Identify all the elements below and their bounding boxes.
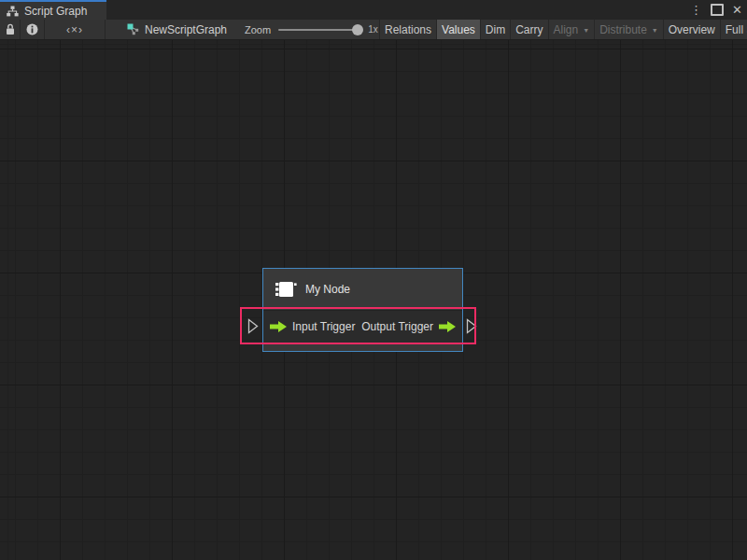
flow-arrow-icon [439,321,456,332]
inspect-button[interactable] [21,20,45,39]
distribute-dropdown[interactable]: Distribute ▼ [595,20,664,39]
node-ports-row: Input Trigger Output Trigger [263,310,462,343]
zoom-label: Zoom [245,24,271,35]
values-button[interactable]: Values [437,20,481,39]
relations-button[interactable]: Relations [379,20,437,39]
code-preview-icon: ‹×› [66,23,83,36]
input-connection-triangle-icon[interactable] [247,318,259,334]
output-port-label: Output Trigger [361,320,433,333]
chevron-down-icon: ▼ [652,27,658,34]
tab-script-graph[interactable]: Script Graph [0,0,106,20]
maximize-icon[interactable] [711,4,724,16]
overview-button[interactable]: Overview [664,20,721,39]
graph-name-label: NewScriptGraph [145,23,227,36]
script-graph-icon [7,6,19,17]
toolbar-left-group: ‹×› [0,20,106,39]
graph-asset-icon [127,23,139,35]
node-header[interactable]: My Node [263,269,462,310]
zoom-control: Zoom 1x [245,20,378,39]
graph-toolbar: ‹×› NewScriptGraph Zoom 1x Relations Val… [0,20,747,40]
flow-arrow-icon [270,321,287,332]
node-my-node[interactable]: My Node Input Trigger Output Trigger [262,268,463,352]
more-menu-icon[interactable]: ⋮ [690,4,702,16]
window-controls: ⋮ ✕ [690,0,742,20]
input-port-label: Input Trigger [292,320,355,333]
output-connection-triangle-icon[interactable] [466,318,477,334]
node-title: My Node [305,283,350,296]
output-trigger-port[interactable]: Output Trigger [361,311,456,343]
zoom-slider[interactable] [278,29,360,31]
toolbar-right-group: Relations Values Dim Carry Align ▼ Distr… [379,20,747,39]
graph-breadcrumb[interactable]: NewScriptGraph [127,20,227,39]
window-tab-bar: Script Graph ⋮ ✕ [0,0,747,20]
input-trigger-port[interactable]: Input Trigger [270,311,355,343]
zoom-value: 1x [368,24,378,35]
fullscreen-button[interactable]: Full Screen [721,20,747,39]
zoom-slider-handle[interactable] [352,24,363,35]
tab-title: Script Graph [24,5,87,18]
dim-button[interactable]: Dim [481,20,511,39]
carry-button[interactable]: Carry [511,20,548,39]
unit-icon [274,280,297,299]
info-icon [26,23,38,35]
code-preview-button[interactable]: ‹×› [45,20,106,39]
lock-icon [5,23,16,35]
chevron-down-icon: ▼ [583,27,589,34]
align-dropdown[interactable]: Align ▼ [549,20,596,39]
lock-button[interactable] [0,20,21,39]
close-icon[interactable]: ✕ [732,4,742,16]
